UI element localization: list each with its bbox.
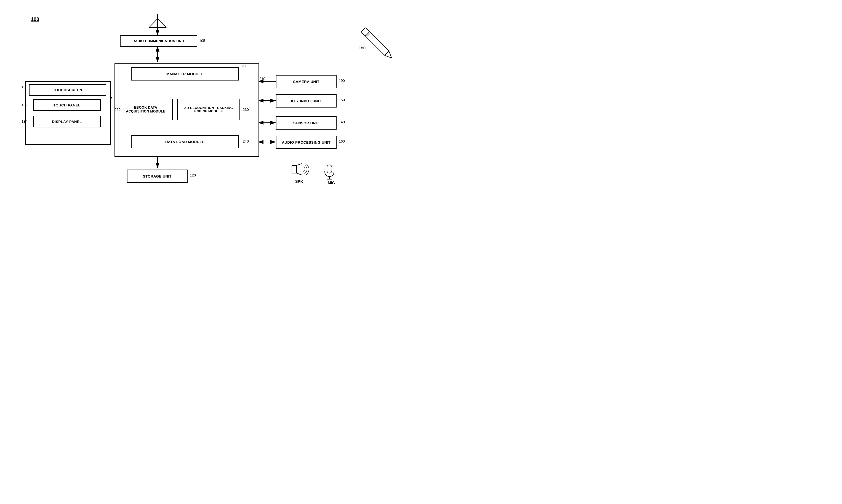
display-panel-label: DISPLAY PANEL [52,120,82,124]
data-load-box: DATA LOAD MODULE [131,135,239,148]
spk-label: SPK [295,179,303,184]
camera-label: CAMERA UNIT [293,80,319,84]
storage-unit-box: STORAGE UNIT [127,169,188,183]
key-input-label: KEY INPUT UNIT [291,99,321,103]
pen-ref: 180 [359,46,366,50]
mic-label: MIC [328,181,335,185]
audio-unit-box: AUDIO PROCESSING UNIT [276,136,337,149]
ref-220: 220 [115,108,121,112]
sensor-label: SENSOR UNIT [293,121,319,125]
radio-comm-label: RADIO COMMUNICATION UNIT [133,39,185,43]
svg-line-5 [149,19,158,28]
ebook-module-box: EBOOK DATA ACQUISITION MODULE [119,99,173,120]
ref-230: 230 [243,108,249,112]
ar-label: AR RECOGNITION TRACKING ENGINE MODULE [184,106,233,113]
svg-line-6 [158,19,166,28]
storage-ref: 120 [190,173,196,177]
svg-line-28 [297,173,302,175]
radio-comm-unit-box: RADIO COMMUNICATION UNIT [120,35,197,47]
svg-line-27 [297,163,302,165]
touch-panel-ref: 132 [21,103,28,107]
audio-ref: 160 [339,139,345,143]
touchscreen-label: TOUCHSCREEN [53,88,82,92]
camera-ref: 190 [339,78,345,83]
manager-module-box: MANAGER MODULE [131,67,239,80]
svg-rect-36 [366,32,370,37]
touchscreen-ref: 130 [21,85,28,89]
storage-label: STORAGE UNIT [143,174,172,178]
display-panel-box: DISPLAY PANEL [33,116,101,127]
manager-label: MANAGER MODULE [166,72,203,76]
ar-module-box: AR RECOGNITION TRACKING ENGINE MODULE [177,99,240,120]
ref-240: 240 [243,139,249,143]
ref-200: 200 [241,64,247,68]
svg-marker-34 [385,51,394,60]
svg-rect-30 [327,165,332,173]
diagram-title: 100 [31,17,39,22]
key-input-box: KEY INPUT UNIT [276,94,337,108]
camera-unit-box: CAMERA UNIT [276,75,337,88]
touch-panel-label: TOUCH PANEL [53,103,80,107]
svg-rect-33 [361,28,389,55]
touchscreen-label-box: TOUCHSCREEN [29,84,106,96]
ref-210: 210 [259,77,265,81]
audio-label: AUDIO PROCESSING UNIT [282,140,331,144]
svg-rect-35 [361,28,369,36]
touch-panel-box: TOUCH PANEL [33,99,101,111]
radio-comm-ref: 105 [199,39,205,43]
ebook-label: EBOOK DATA ACQUISITION MODULE [126,106,165,113]
sensor-ref: 140 [339,120,345,124]
sensor-unit-box: SENSOR UNIT [276,116,337,130]
display-panel-ref: 134 [21,120,28,124]
data-load-label: DATA LOAD MODULE [165,140,205,144]
key-input-ref: 150 [339,98,345,102]
svg-rect-29 [292,165,297,173]
